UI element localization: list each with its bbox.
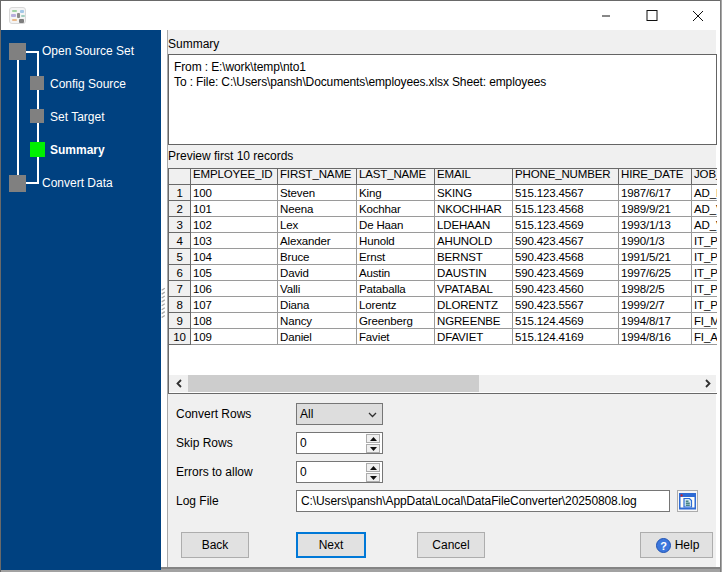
svg-text:?: ? xyxy=(660,540,667,552)
